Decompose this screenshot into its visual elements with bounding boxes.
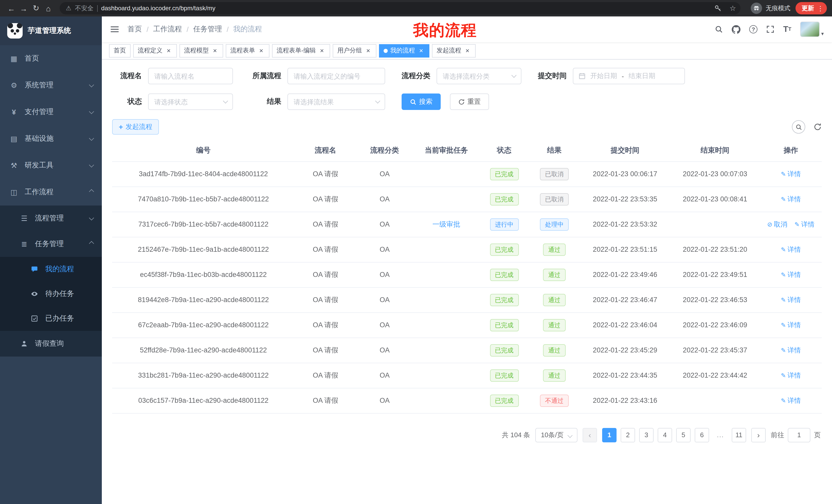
sidebar-item-task-mgmt[interactable]: ≣任务管理 <box>0 231 102 257</box>
prev-page-button[interactable]: ‹ <box>582 428 597 442</box>
sidebar-item-my-process[interactable]: 我的流程 <box>0 257 102 282</box>
sidebar-item-infra[interactable]: ▤基础设施 <box>0 125 102 152</box>
breadcrumb-item[interactable]: 工作流程 <box>153 25 182 34</box>
close-icon[interactable]: × <box>418 47 425 54</box>
detail-action-button[interactable]: ✎详情 <box>781 295 801 304</box>
cell-current-task <box>413 187 480 212</box>
incognito-badge: 无痕模式 <box>751 3 790 14</box>
fullscreen-icon[interactable] <box>766 25 774 33</box>
reset-button-label: 重置 <box>467 97 481 106</box>
app-logo[interactable]: 芋道管理系统 <box>0 17 102 45</box>
cancel-action-button[interactable]: ⊘取消 <box>767 220 787 229</box>
sidebar-item-system[interactable]: ⚙系统管理 <box>0 72 102 99</box>
my-process-icon <box>30 265 39 273</box>
detail-action-button[interactable]: ✎详情 <box>781 396 801 405</box>
help-icon[interactable]: ? <box>749 25 757 33</box>
menu-dots-icon[interactable]: ⋮ <box>817 4 824 12</box>
pager-page-11[interactable]: 11 <box>732 428 746 442</box>
user-avatar[interactable]: ▾ <box>800 22 824 37</box>
cell-submit-time: 2022-01-22 23:49:46 <box>580 262 670 287</box>
cell-result: 不通过 <box>529 388 580 413</box>
github-icon[interactable] <box>732 25 740 34</box>
category-select[interactable] <box>437 68 521 84</box>
pager-page-1[interactable]: 1 <box>602 428 617 442</box>
close-icon[interactable]: × <box>365 47 372 54</box>
update-button[interactable]: 更新 ⋮ <box>796 2 827 15</box>
sidebar-item-process-mgmt[interactable]: ☰流程管理 <box>0 205 102 231</box>
reload-icon[interactable]: ↻ <box>30 2 42 15</box>
tab-process-form[interactable]: 流程表单× <box>226 44 269 57</box>
infra-icon: ▤ <box>9 135 19 143</box>
cell-process-name: OA 请假 <box>295 212 356 237</box>
cell-current-task: 一级审批 <box>413 212 480 237</box>
result-select[interactable] <box>287 93 385 110</box>
next-page-button[interactable]: › <box>751 428 766 442</box>
cell-end-time: 2022-01-22 23:44:42 <box>670 363 760 388</box>
sidebar-item-payment[interactable]: ¥支付管理 <box>0 99 102 125</box>
edit-icon: ✎ <box>781 271 786 278</box>
status-tag: 已完成 <box>490 394 519 407</box>
cell-submit-time: 2022-01-22 23:43:16 <box>580 388 670 413</box>
pager-page-5[interactable]: 5 <box>676 428 691 442</box>
table-body: 3ad174fb-7b9d-11ec-8404-acde48001122OA 请… <box>112 161 822 413</box>
tab-user-group[interactable]: 用户分组× <box>333 44 376 57</box>
process-name-input[interactable] <box>148 68 233 84</box>
create-process-button[interactable]: + 发起流程 <box>112 119 159 135</box>
goto-page-input[interactable] <box>788 428 810 442</box>
close-icon[interactable]: × <box>464 47 471 54</box>
detail-action-button[interactable]: ✎详情 <box>781 245 801 254</box>
result-tag: 已取消 <box>540 168 569 180</box>
status-select[interactable] <box>148 93 233 110</box>
tab-process-form-edit[interactable]: 流程表单-编辑× <box>272 44 330 57</box>
reset-button[interactable]: 重置 <box>450 93 489 110</box>
breadcrumb-item[interactable]: 首页 <box>128 25 142 34</box>
detail-action-button[interactable]: ✎详情 <box>781 371 801 380</box>
pager-page-2[interactable]: 2 <box>621 428 635 442</box>
tab-home[interactable]: 首页 <box>109 44 131 57</box>
back-icon[interactable]: ← <box>5 2 18 15</box>
sidebar-item-label: 任务管理 <box>35 240 64 249</box>
detail-action-button[interactable]: ✎详情 <box>781 194 801 204</box>
search-button[interactable]: 搜索 <box>401 93 441 110</box>
tab-process-definition[interactable]: 流程定义× <box>133 44 177 57</box>
pager-page-4[interactable]: 4 <box>658 428 672 442</box>
key-icon[interactable] <box>712 3 724 14</box>
detail-action-button[interactable]: ✎详情 <box>781 320 801 330</box>
submit-time-range-picker[interactable]: 开始日期 - 结束日期 <box>573 68 685 84</box>
bookmark-star-icon[interactable]: ☆ <box>727 3 738 14</box>
close-icon[interactable]: × <box>258 47 265 54</box>
detail-action-button[interactable]: ✎详情 <box>781 345 801 355</box>
sidebar-item-done-tasks[interactable]: 已办任务 <box>0 306 102 331</box>
detail-action-button[interactable]: ✎详情 <box>781 169 801 178</box>
forward-icon[interactable]: → <box>18 2 30 15</box>
toggle-search-icon[interactable] <box>792 120 805 134</box>
current-task-link[interactable]: 一级审批 <box>433 220 460 228</box>
font-size-icon[interactable]: TT <box>783 25 791 33</box>
pager-page-3[interactable]: 3 <box>639 428 654 442</box>
close-icon[interactable]: × <box>165 47 172 54</box>
sidebar-item-home[interactable]: ▦首页 <box>0 45 102 72</box>
sidebar-item-leave-query[interactable]: 请假查询 <box>0 331 102 357</box>
cell-category: OA <box>356 262 413 287</box>
sidebar-item-workflow[interactable]: ◫工作流程 <box>0 179 102 205</box>
detail-action-button[interactable]: ✎详情 <box>781 270 801 279</box>
close-icon[interactable]: × <box>211 47 218 54</box>
process-definition-input[interactable] <box>287 68 385 84</box>
close-icon[interactable]: × <box>318 47 326 54</box>
sidebar-item-todo-tasks[interactable]: 待办任务 <box>0 282 102 306</box>
address-bar[interactable]: ⚠ 不安全 dashboard.yudao.iocoder.cn/bpm/tas… <box>60 2 740 15</box>
browser-home-icon[interactable]: ⌂ <box>42 2 54 15</box>
sidebar-item-devtools[interactable]: ⚒研发工具 <box>0 152 102 179</box>
cell-status: 已完成 <box>480 363 529 388</box>
url-path: /bpm/task/my <box>179 5 215 12</box>
breadcrumb-item[interactable]: 任务管理 <box>193 25 222 34</box>
pager-page-6[interactable]: 6 <box>695 428 709 442</box>
hamburger-icon[interactable] <box>110 25 119 34</box>
detail-action-button[interactable]: ✎详情 <box>795 220 814 229</box>
tab-create-process[interactable]: 发起流程× <box>432 44 476 57</box>
refresh-table-icon[interactable] <box>813 123 822 131</box>
page-size-select[interactable]: 10条/页 <box>535 428 577 442</box>
search-icon[interactable] <box>715 25 723 33</box>
tab-process-model[interactable]: 流程模型× <box>179 44 223 57</box>
tab-my-process[interactable]: 我的流程× <box>379 44 430 57</box>
